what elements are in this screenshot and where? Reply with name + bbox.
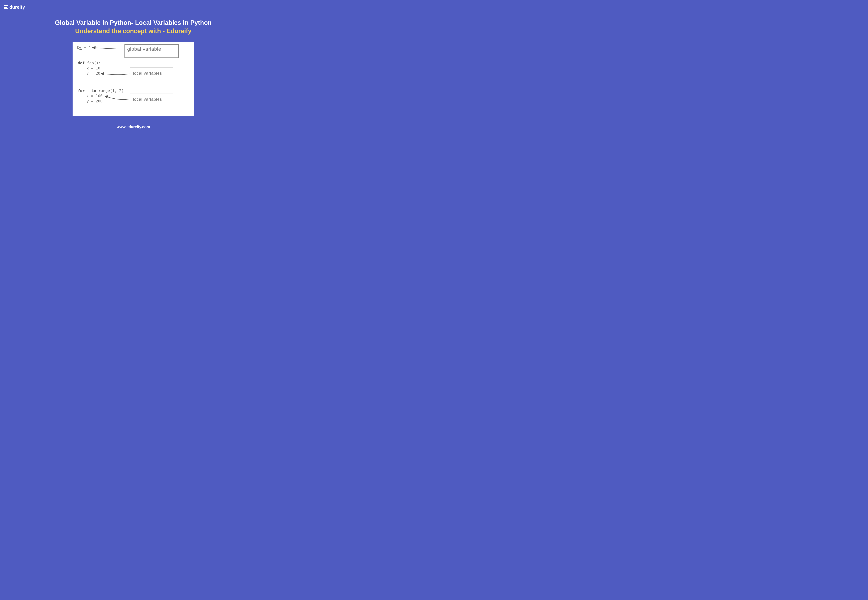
code-line-3: x = 10 (86, 66, 100, 70)
code-line-7: y = 200 (86, 99, 103, 103)
title-line1: Global Variable In Python- Local Variabl… (0, 19, 267, 26)
title-line2: Understand the concept with - Edureify (0, 27, 267, 35)
label-local-2: local variables (133, 97, 162, 102)
arrow-local1-icon (104, 74, 130, 75)
code-line-1: x = 1 (80, 45, 91, 50)
menu-bars-icon (4, 5, 8, 9)
code-line-5: for i in range(1, 2): (78, 89, 126, 93)
code-diagram-panel: x = 1 def foo(): x = 10 y = 20 for i in … (73, 42, 194, 116)
label-local-1: local variables (133, 71, 162, 76)
code-line-4: y = 20 (86, 71, 100, 76)
code-line-6: x = 100 (86, 94, 103, 98)
brand-logo: dureify (4, 5, 25, 10)
footer-url: www.edureify.com (0, 125, 267, 129)
title-block: Global Variable In Python- Local Variabl… (0, 19, 267, 35)
arrow-global-icon (95, 48, 125, 49)
code-line-2: def foo(): (78, 61, 101, 65)
brand-name: dureify (9, 5, 25, 10)
label-global: global variable (127, 46, 161, 52)
arrow-local2-icon (107, 97, 130, 100)
